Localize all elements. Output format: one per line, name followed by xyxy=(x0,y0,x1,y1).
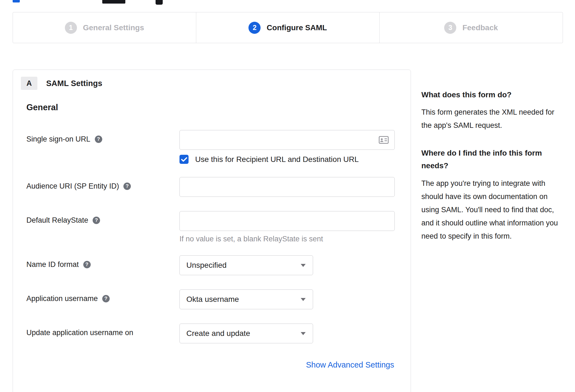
audience-uri-input[interactable] xyxy=(179,177,395,197)
help-icon[interactable]: ? xyxy=(102,295,110,302)
help-icon[interactable]: ? xyxy=(123,183,131,190)
single-sign-on-url-label: Single sign-on URL xyxy=(26,135,90,143)
chevron-down-icon xyxy=(301,332,306,335)
help-answer-1: This form generates the XML needed for t… xyxy=(421,106,563,132)
name-id-format-label: Name ID format xyxy=(26,260,79,269)
name-id-format-value: Unspecified xyxy=(186,261,226,270)
help-sidebar: What does this form do? This form genera… xyxy=(421,89,563,243)
field-label-row: Single sign-on URL ? xyxy=(26,130,179,143)
single-sign-on-url-input[interactable] xyxy=(179,130,395,150)
field-single-sign-on-url: Single sign-on URL ? xyxy=(26,130,394,164)
step-label: Feedback xyxy=(462,23,498,32)
recipient-url-checkbox-row: Use this for Recipient URL and Destinati… xyxy=(179,155,395,164)
default-relaystate-input[interactable] xyxy=(179,211,395,231)
show-advanced-settings-link[interactable]: Show Advanced Settings xyxy=(306,360,394,369)
default-relaystate-label: Default RelayState xyxy=(26,216,88,225)
step-number-badge: 2 xyxy=(248,22,261,34)
application-username-value: Okta username xyxy=(186,295,239,304)
panel-header: A SAML Settings xyxy=(21,77,394,90)
default-relaystate-input-wrap xyxy=(179,211,395,231)
step-label: Configure SAML xyxy=(267,23,327,32)
wizard-stepper: 1 General Settings 2 Configure SAML 3 Fe… xyxy=(13,12,563,43)
field-label-row: Update application username on xyxy=(26,324,179,337)
field-application-username: Application username ? Okta username xyxy=(26,289,394,309)
single-sign-on-url-input-wrap xyxy=(179,130,395,150)
help-icon[interactable]: ? xyxy=(83,261,91,268)
step-feedback[interactable]: 3 Feedback xyxy=(379,12,563,43)
use-for-recipient-url-label: Use this for Recipient URL and Destinati… xyxy=(195,155,359,164)
advanced-settings-row: Show Advanced Settings xyxy=(26,360,394,369)
update-application-username-select[interactable]: Create and update xyxy=(179,324,313,343)
configure-saml-page: 1 General Settings 2 Configure SAML 3 Fe… xyxy=(0,0,575,392)
step-general-settings[interactable]: 1 General Settings xyxy=(13,12,196,43)
update-application-username-value: Create and update xyxy=(186,329,250,338)
relaystate-hint: If no value is set, a blank RelayState i… xyxy=(179,235,395,243)
audience-uri-label: Audience URI (SP Entity ID) xyxy=(26,182,119,191)
help-question-2: Where do I find the info this form needs… xyxy=(421,147,563,172)
field-control: Unspecified xyxy=(179,255,394,275)
chevron-down-icon xyxy=(301,264,306,267)
field-update-application-username: Update application username on Create an… xyxy=(26,324,394,343)
name-id-format-select[interactable]: Unspecified xyxy=(179,255,313,275)
audience-uri-input-wrap xyxy=(179,177,395,197)
step-number-badge: 1 xyxy=(65,22,77,34)
help-icon[interactable]: ? xyxy=(95,136,102,143)
saml-settings-panel: A SAML Settings General Single sign-on U… xyxy=(13,70,411,392)
field-audience-uri: Audience URI (SP Entity ID) ? xyxy=(26,177,394,197)
application-username-select[interactable]: Okta username xyxy=(179,289,313,309)
field-default-relaystate: Default RelayState ? If no value is set,… xyxy=(26,211,394,243)
help-question-1: What does this form do? xyxy=(421,89,563,101)
field-control: If no value is set, a blank RelayState i… xyxy=(179,211,395,243)
help-icon[interactable]: ? xyxy=(93,217,100,224)
field-control: Okta username xyxy=(179,289,394,309)
step-number-badge: 3 xyxy=(444,22,456,34)
field-label-row: Audience URI (SP Entity ID) ? xyxy=(26,177,179,191)
field-name-id-format: Name ID format ? Unspecified xyxy=(26,255,394,275)
panel-title: SAML Settings xyxy=(46,79,102,88)
saml-form: Single sign-on URL ? xyxy=(21,130,394,369)
field-label-row: Name ID format ? xyxy=(26,255,179,269)
step-label: General Settings xyxy=(83,23,144,32)
application-username-label: Application username xyxy=(26,294,98,303)
field-control xyxy=(179,177,395,197)
field-label-row: Application username ? xyxy=(26,289,179,303)
section-a-badge: A xyxy=(21,77,37,90)
step-configure-saml[interactable]: 2 Configure SAML xyxy=(196,12,379,43)
use-for-recipient-url-checkbox[interactable] xyxy=(179,155,189,164)
field-control: Create and update xyxy=(179,324,394,343)
chevron-down-icon xyxy=(301,298,306,301)
field-label-row: Default RelayState ? xyxy=(26,211,179,225)
field-control: Use this for Recipient URL and Destinati… xyxy=(179,130,395,164)
general-section-title: General xyxy=(26,103,394,112)
update-application-username-label: Update application username on xyxy=(26,328,133,337)
clipped-header-fragment xyxy=(156,0,163,5)
address-card-icon xyxy=(379,136,389,144)
clipped-header-fragment xyxy=(102,0,125,4)
help-answer-2: The app you're trying to integrate with … xyxy=(421,177,563,243)
clipped-header-fragment xyxy=(13,0,20,2)
